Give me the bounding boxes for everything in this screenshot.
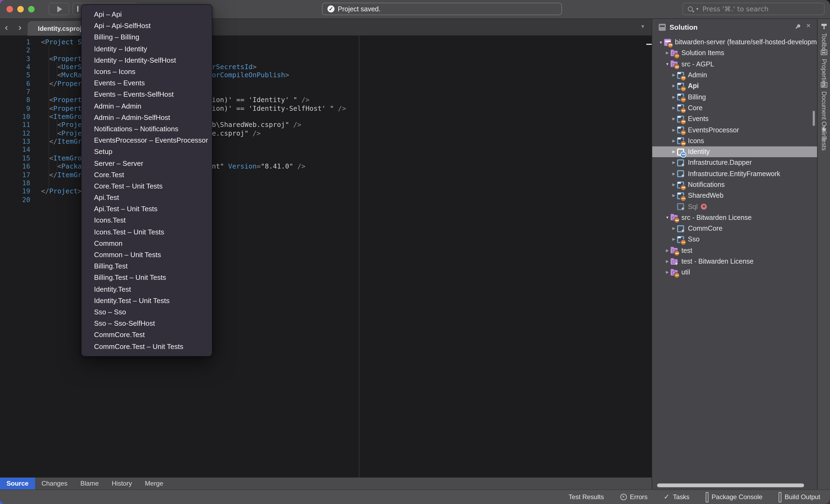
tree-row-identity[interactable]: ▶Identity [652,146,817,158]
menu-item[interactable]: Sso – Sso-SelfHost [82,317,212,329]
expander-closed-icon[interactable]: ▶ [671,95,677,99]
menu-item[interactable]: Setup [82,146,212,158]
tree-row-label: SharedWeb [688,192,724,200]
menu-item[interactable]: Billing – Billing [82,32,212,43]
navigate-back-button[interactable]: ‹ [5,20,8,35]
expander-closed-icon[interactable]: ▶ [671,73,677,77]
tree-row-eventsprocessor[interactable]: ▶EventsProcessor [652,125,817,136]
expander-open-icon[interactable]: ▼ [664,216,671,220]
menu-item[interactable]: Admin – Admin-SelfHost [82,111,212,123]
tree-row-util[interactable]: ▶util [652,267,817,278]
menu-item[interactable]: Icons.Test [82,215,212,226]
expander-open-icon[interactable]: ▼ [658,40,664,44]
expander-closed-icon[interactable]: ▶ [671,117,677,121]
view-tab-changes[interactable]: Changes [35,477,74,490]
menu-item[interactable]: Api.Test [82,192,212,203]
expander-closed-icon[interactable]: ▶ [671,128,677,132]
menu-item[interactable]: Identity – Identity-SelfHost [82,55,212,66]
view-tab-source[interactable]: Source [0,477,35,490]
statusbar-item-test-results[interactable]: Test Results [566,493,604,501]
tree-row-src-bitwarden-license[interactable]: ▼src - Bitwarden License [652,212,817,223]
menu-item[interactable]: Identity.Test – Unit Tests [82,295,212,306]
menu-item[interactable]: Sso – Sso [82,306,212,317]
statusbar-item-errors[interactable]: ×Errors [620,493,647,501]
tree-row-events[interactable]: ▶Events [652,113,817,125]
view-tab-merge[interactable]: Merge [138,477,170,490]
tree-row-infrastructure-dapper[interactable]: ▶+Infrastructure.Dapper [652,158,817,169]
tree-row-sharedweb[interactable]: ▶SharedWeb [652,190,817,201]
menu-item[interactable]: Admin – Admin [82,100,212,111]
tree-row-core[interactable]: ▶Core [652,103,817,114]
document-switcher-dropdown[interactable]: ▼ [640,24,645,29]
menu-item[interactable]: Api.Test – Unit Tests [82,203,212,214]
menu-item[interactable]: Api – Api-SelfHost [82,20,212,31]
tree-row-commcore[interactable]: ▶+CommCore [652,223,817,234]
tree-row-solution-items[interactable]: ▶Solution Items [652,48,817,59]
statusbar-item-tasks[interactable]: ✓Tasks [664,493,690,501]
menu-item[interactable]: Core.Test – Unit Tests [82,180,212,192]
statusbar-item-package-console[interactable]: Package Console [706,493,762,501]
menu-item[interactable]: EventsProcessor – EventsProcessor [82,135,212,146]
menu-item[interactable]: Api – Api [82,9,212,20]
pin-icon[interactable] [794,24,801,30]
tree-row-billing[interactable]: ▶Billing [652,92,817,103]
project-outline-icon: + [677,225,684,232]
view-tab-history[interactable]: History [105,477,138,490]
close-icon[interactable]: × [806,22,810,29]
menu-item[interactable]: Common – Unit Tests [82,249,212,260]
expander-closed-icon[interactable]: ▶ [671,194,677,198]
menu-item[interactable]: Billing.Test – Unit Tests [82,272,212,283]
window-close-button[interactable] [6,6,13,12]
menu-item[interactable]: Identity – Identity [82,43,212,54]
expander-closed-icon[interactable]: ▶ [671,149,677,154]
tree-row-admin[interactable]: ▶Admin [652,70,817,81]
menu-item[interactable]: Notifications – Notifications [82,123,212,135]
run-button[interactable] [49,3,69,15]
menu-item[interactable]: Icons – Icons [82,66,212,77]
menu-item[interactable]: Events – Events-SelfHost [82,89,212,100]
window-zoom-button[interactable] [28,6,35,12]
statusbar-item-label: Tasks [673,493,689,501]
menu-item[interactable]: CommCore.Test – Unit Tests [82,341,212,352]
tree-row-icons[interactable]: ▶Icons [652,135,817,146]
expander-closed-icon[interactable]: ▶ [671,106,677,110]
expander-closed-icon[interactable]: ▶ [671,226,677,231]
tree-row-test[interactable]: ▶test [652,245,817,256]
tree-row-bitwarden-server-feature-self-hosted-development[interactable]: ▼bitwarden-server (feature/self-hosted-d… [652,37,817,48]
menu-item[interactable]: Events – Events [82,77,212,89]
menu-item[interactable]: CommCore.Test [82,329,212,341]
pad-vertical-scrollbar[interactable] [813,111,815,126]
expander-closed-icon[interactable]: ▶ [671,139,677,143]
expander-closed-icon[interactable]: ▶ [671,161,677,165]
expander-closed-icon[interactable]: ▶ [671,171,677,176]
tree-row-sql[interactable]: +Sql× [652,201,817,212]
expander-closed-icon[interactable]: ▶ [664,51,671,55]
pad-horizontal-scrollbar[interactable] [657,483,804,487]
menu-item[interactable]: Core.Test [82,169,212,180]
expander-closed-icon[interactable]: ▶ [664,248,671,253]
dock-tab-tests[interactable]: Tests [818,126,830,151]
menu-item[interactable]: Icons.Test – Unit Tests [82,226,212,237]
navigate-forward-button[interactable]: › [19,20,21,35]
tree-row-notifications[interactable]: ▶Notifications [652,179,817,191]
expander-closed-icon[interactable]: ▶ [671,237,677,242]
view-tab-blame[interactable]: Blame [74,477,105,490]
menu-item[interactable]: Identity.Test [82,283,212,295]
global-search-field[interactable]: ▼ Press '⌘.' to search [682,3,825,15]
menu-item[interactable]: Server – Server [82,158,212,169]
expander-closed-icon[interactable]: ▶ [671,84,677,88]
tree-row-test-bitwarden-license[interactable]: ▶+test - Bitwarden License [652,256,817,267]
statusbar-item-build-output[interactable]: Build Output [779,493,820,501]
expander-closed-icon[interactable]: ▶ [671,182,677,187]
window-minimize-button[interactable] [17,6,24,12]
expander-closed-icon[interactable]: ▶ [664,259,671,264]
menu-item[interactable]: Billing.Test [82,260,212,272]
tree-row-api[interactable]: ▶Api [652,80,817,92]
menu-item[interactable]: Common [82,238,212,249]
tree-row-src-agpl[interactable]: ▼src - AGPL [652,59,817,70]
orange-status-badge-icon [680,108,686,114]
tree-row-infrastructure-entityframework[interactable]: ▶+Infrastructure.EntityFramework [652,168,817,179]
expander-open-icon[interactable]: ▼ [664,62,671,66]
tree-row-sso[interactable]: ▶Sso [652,234,817,245]
expander-closed-icon[interactable]: ▶ [664,270,671,275]
